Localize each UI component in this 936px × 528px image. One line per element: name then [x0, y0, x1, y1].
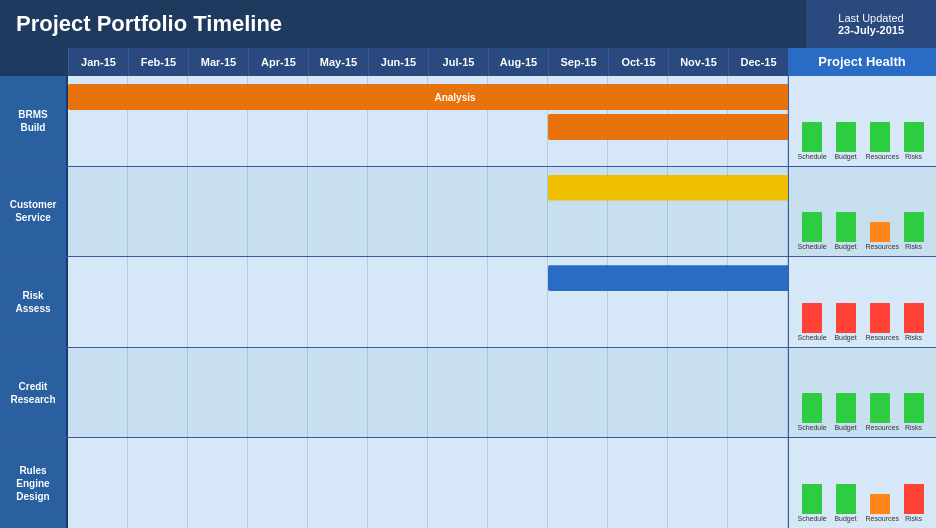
health-bar	[802, 303, 822, 333]
month-cell: Jan-15	[68, 48, 128, 76]
health-bar-group: Budget	[832, 212, 860, 250]
last-updated: Last Updated 23-July-2015	[806, 0, 936, 48]
health-bar	[870, 122, 890, 152]
month-cell: Oct-15	[608, 48, 668, 76]
health-bar	[904, 122, 924, 152]
month-cell: Sep-15	[548, 48, 608, 76]
health-bar-chart: ScheduleBudgetResourcesRisks	[793, 303, 932, 343]
health-bar-chart: ScheduleBudgetResourcesRisks	[793, 393, 932, 433]
month-cell: Dec-15	[728, 48, 788, 76]
health-bar	[836, 122, 856, 152]
health-bar	[904, 484, 924, 514]
health-area: ScheduleBudgetResourcesRisks	[788, 167, 936, 257]
health-bar-group: Schedule	[798, 393, 826, 431]
health-bar	[836, 393, 856, 423]
health-bar-label: Budget	[832, 153, 860, 160]
health-bar-label: Schedule	[798, 153, 826, 160]
project-rows: BRMSBuildAnalysisDevelopmentQAUASchedule…	[0, 76, 936, 528]
month-cell: May-15	[308, 48, 368, 76]
health-area: ScheduleBudgetResourcesRisks	[788, 257, 936, 347]
health-bar-group: Resources	[866, 222, 894, 250]
health-bar-chart: ScheduleBudgetResourcesRisks	[793, 212, 932, 252]
page-title: Project Portfolio Timeline	[0, 11, 806, 37]
health-bar-group: Resources	[866, 393, 894, 431]
last-updated-date: 23-July-2015	[838, 24, 904, 36]
project-row: CustomerServiceRequirement GatheringBuil…	[0, 167, 936, 258]
health-bar-group: Budget	[832, 122, 860, 160]
month-cell: Apr-15	[248, 48, 308, 76]
health-bar-group: Budget	[832, 303, 860, 341]
health-bar-label: Resources	[866, 243, 894, 250]
health-bar	[870, 222, 890, 242]
health-bar-label: Resources	[866, 153, 894, 160]
project-row: RulesEngineDesignUnderstand Architecture…	[0, 438, 936, 528]
health-bar-label: Schedule	[798, 243, 826, 250]
health-bar-group: Budget	[832, 393, 860, 431]
health-bar-group: Budget	[832, 484, 860, 522]
row-label: RiskAssess	[0, 257, 68, 347]
row-label: RulesEngineDesign	[0, 438, 68, 528]
health-bar-group: Resources	[866, 122, 894, 160]
month-cell: Feb-15	[128, 48, 188, 76]
health-bar	[836, 303, 856, 333]
health-bar-label: Budget	[832, 243, 860, 250]
health-bar	[836, 484, 856, 514]
health-bar-label: Resources	[866, 334, 894, 341]
month-cell: Jun-15	[368, 48, 428, 76]
health-bar-group: Resources	[866, 494, 894, 522]
health-bar	[870, 393, 890, 423]
row-label: CustomerService	[0, 167, 68, 257]
health-bar-group: Schedule	[798, 484, 826, 522]
health-bar-label: Schedule	[798, 424, 826, 431]
row-label: BRMSBuild	[0, 76, 68, 166]
health-bar	[802, 393, 822, 423]
health-bar-label: Schedule	[798, 515, 826, 522]
health-bar-group: Risks	[900, 393, 928, 431]
health-bar-label: Risks	[900, 515, 928, 522]
month-cell: Nov-15	[668, 48, 728, 76]
health-bar-label: Resources	[866, 424, 894, 431]
months-container: Jan-15Feb-15Mar-15Apr-15May-15Jun-15Jul-…	[68, 48, 788, 76]
health-bar	[836, 212, 856, 242]
gantt-bar: Development	[548, 114, 788, 140]
health-bar-label: Risks	[900, 424, 928, 431]
health-area: ScheduleBudgetResourcesRisks	[788, 438, 936, 528]
months-row: Jan-15Feb-15Mar-15Apr-15May-15Jun-15Jul-…	[0, 48, 936, 76]
header: Project Portfolio Timeline Last Updated …	[0, 0, 936, 48]
health-bar	[870, 494, 890, 514]
health-bar-label: Resources	[866, 515, 894, 522]
project-row: CreditResearchGap AnalysisDraft Geo Anal…	[0, 348, 936, 439]
grid-lines	[68, 438, 788, 528]
row-label-spacer	[0, 48, 68, 76]
gantt-bar: Risk Assessment Plan	[548, 265, 788, 291]
health-bar-group: Risks	[900, 212, 928, 250]
health-bar	[802, 484, 822, 514]
health-bar-group: Risks	[900, 303, 928, 341]
timeline-area: Understand ArchitectureCreate Design Doc…	[68, 438, 788, 528]
project-row: RiskAssessRisk Assessment PlanPrepare Ri…	[0, 257, 936, 348]
health-bar-group: Risks	[900, 484, 928, 522]
health-bar	[904, 303, 924, 333]
gantt-bar: Requirement Gathering	[548, 175, 788, 201]
health-bar-chart: ScheduleBudgetResourcesRisks	[793, 122, 932, 162]
health-bar-group: Schedule	[798, 303, 826, 341]
health-bar-group: Schedule	[798, 122, 826, 160]
gantt-bar: Analysis	[68, 84, 788, 110]
health-bar	[802, 122, 822, 152]
timeline-area: Gap AnalysisDraft Geo Analysis ReportCon…	[68, 348, 788, 438]
health-bar	[904, 212, 924, 242]
health-bar-label: Risks	[900, 153, 928, 160]
health-bar-label: Risks	[900, 334, 928, 341]
health-header: Project Health	[788, 48, 936, 76]
health-area: ScheduleBudgetResourcesRisks	[788, 348, 936, 438]
health-bar-chart: ScheduleBudgetResourcesRisks	[793, 484, 932, 524]
health-bar	[904, 393, 924, 423]
project-row: BRMSBuildAnalysisDevelopmentQAUASchedule…	[0, 76, 936, 167]
row-label: CreditResearch	[0, 348, 68, 438]
grid-lines	[68, 348, 788, 438]
timeline-area: Requirement GatheringBuild	[68, 167, 788, 257]
health-bar-label: Schedule	[798, 334, 826, 341]
health-bar-group: Schedule	[798, 212, 826, 250]
health-bar-label: Budget	[832, 424, 860, 431]
health-bar-group: Resources	[866, 303, 894, 341]
